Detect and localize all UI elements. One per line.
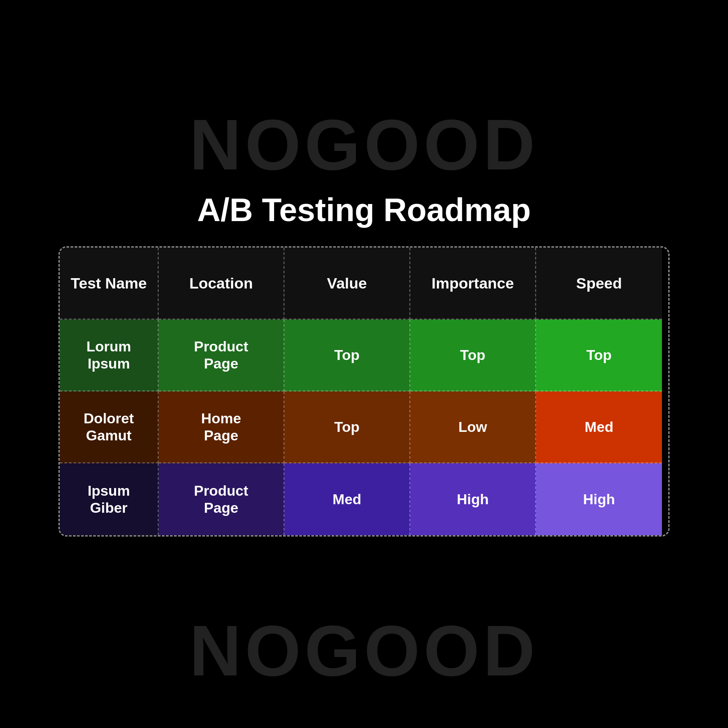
r2-location: HomePage bbox=[159, 391, 284, 463]
header-test-name: Test Name bbox=[60, 248, 159, 320]
r3-speed: High bbox=[536, 463, 662, 535]
header-location: Location bbox=[159, 248, 284, 320]
page-title: A/B Testing Roadmap bbox=[197, 191, 531, 228]
r2-value: Top bbox=[284, 391, 410, 463]
r1-test-name: LorumIpsum bbox=[60, 320, 159, 391]
header-speed: Speed bbox=[536, 248, 662, 320]
r2-test-name: DoloretGamut bbox=[60, 391, 159, 463]
r3-importance: High bbox=[410, 463, 536, 535]
r2-speed: Med bbox=[536, 391, 662, 463]
ab-testing-table: Test Name Location Value Importance Spee… bbox=[58, 246, 670, 537]
r1-speed: Top bbox=[536, 320, 662, 391]
r1-value: Top bbox=[284, 320, 410, 391]
grid-table: Test Name Location Value Importance Spee… bbox=[60, 248, 668, 535]
header-value: Value bbox=[284, 248, 410, 320]
r1-importance: Top bbox=[410, 320, 536, 391]
watermark-bottom: NOGOOD bbox=[190, 609, 539, 692]
r3-location: ProductPage bbox=[159, 463, 284, 535]
watermark-top: NOGOOD bbox=[190, 103, 539, 186]
r2-importance: Low bbox=[410, 391, 536, 463]
r3-test-name: IpsumGiber bbox=[60, 463, 159, 535]
r1-location: ProductPage bbox=[159, 320, 284, 391]
r3-value: Med bbox=[284, 463, 410, 535]
header-importance: Importance bbox=[410, 248, 536, 320]
